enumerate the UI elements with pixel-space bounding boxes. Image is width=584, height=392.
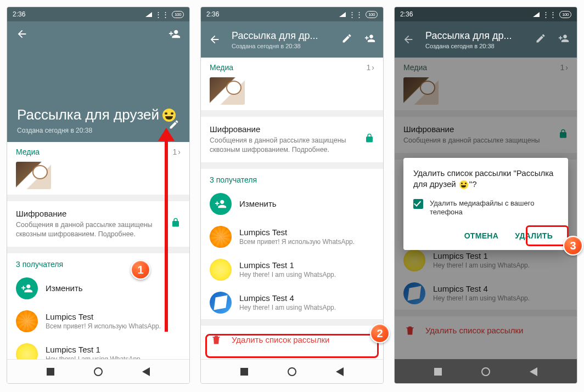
signal-icon: [339, 12, 346, 17]
avatar: [210, 226, 232, 248]
add-recipient-button: [558, 33, 569, 46]
broadcast-info-header: Рассылка для др... Создана сегодня в 20:…: [395, 21, 577, 58]
recipient-status: Hey there! I am using WhatsApp.: [239, 271, 336, 279]
status-indicators: ⋮⋮ 100: [339, 10, 378, 19]
broadcast-info-header: Рассылка для др... Создана сегодня в 20:…: [201, 21, 383, 58]
recipient-status: Hey there! I am using WhatsApp.: [239, 304, 336, 311]
edit-recipients-label: Изменить: [239, 199, 277, 208]
status-time: 2:36: [13, 10, 25, 18]
recipient-name: Lumpics Test: [46, 312, 161, 321]
recipient-row[interactable]: Lumpics Test 4 Hey there! I am using Wha…: [201, 286, 383, 319]
wifi-icon: ⋮⋮: [542, 10, 557, 19]
edit-recipients-label: Изменить: [46, 283, 83, 293]
encryption-block[interactable]: Шифрование Сообщения в данной рассылке з…: [7, 201, 189, 247]
tutorial-arrow-up-icon: [165, 140, 168, 332]
delete-broadcast-label: Удалить список рассылки: [232, 335, 329, 344]
edit-recipients-row[interactable]: Изменить: [201, 188, 383, 220]
chevron-right-icon: ›: [178, 147, 181, 156]
lock-icon: [171, 218, 181, 230]
add-recipient-button[interactable]: [169, 28, 181, 40]
battery-icon: 100: [366, 11, 378, 18]
encryption-title: Шифрование: [210, 124, 374, 134]
nav-home-icon[interactable]: [94, 367, 103, 376]
chevron-right-icon: ›: [372, 63, 374, 72]
delete-broadcast-row[interactable]: Удалить список рассылки: [201, 326, 383, 354]
grin-emoji-icon: [459, 180, 468, 189]
broadcast-title-trunc: Рассылка для др...: [232, 30, 330, 42]
recipient-name: Lumpics Test 4: [239, 293, 336, 303]
encryption-title: Шифрование: [16, 209, 181, 218]
dialog-confirm-button[interactable]: УДАЛИТЬ: [509, 227, 558, 245]
media-count: 1: [367, 63, 371, 72]
media-count: 1: [173, 147, 177, 156]
signal-icon: [533, 12, 540, 17]
recipient-name: Lumpics Test 1: [46, 345, 142, 354]
avatar: [16, 310, 38, 332]
back-button[interactable]: [209, 33, 221, 46]
encryption-text: Сообщения в данной рассылке защищены скв…: [210, 136, 374, 155]
avatar: [210, 292, 232, 314]
recipient-name: Lumpics Test 1: [239, 260, 336, 270]
section-divider: [201, 319, 383, 326]
tutorial-badge-1: 1: [131, 260, 150, 280]
android-navbar: [395, 359, 577, 383]
status-indicators: ⋮⋮ 100: [533, 10, 571, 19]
edit-recipients-row[interactable]: Изменить: [7, 272, 189, 305]
delete-media-checkbox[interactable]: [413, 199, 423, 209]
recipient-row[interactable]: Lumpics Test Всем привет! Я использую Wh…: [7, 305, 189, 338]
nav-back-icon[interactable]: [336, 367, 344, 376]
info-body: Медиа 1› Шифрование Сообщения в данной р…: [201, 58, 383, 359]
recipient-status: Hey there! I am using WhatsApp.: [46, 355, 142, 359]
info-body: Медиа 1› Шифрование Сообщения в данной р…: [395, 58, 577, 359]
media-label: Медиа: [16, 147, 40, 156]
nav-recents-icon[interactable]: [434, 368, 442, 376]
recipient-status: Всем привет! Я использую WhatsApp.: [46, 322, 161, 330]
section-divider: [7, 195, 189, 201]
recipient-row[interactable]: Lumpics Test 1 Hey there! I am using Wha…: [7, 338, 189, 359]
back-button[interactable]: [402, 33, 414, 46]
android-navbar: [201, 359, 383, 383]
back-button[interactable]: [16, 28, 28, 40]
recipients-header: 3 получателя: [201, 169, 383, 188]
section-divider: [201, 110, 383, 117]
tutorial-badge-3: 3: [563, 236, 583, 255]
nav-home-icon[interactable]: [481, 367, 490, 376]
media-thumbnail[interactable]: [16, 162, 51, 189]
delete-media-checkbox-label: Удалить медиафайлы с вашего телефона: [430, 199, 558, 218]
dialog-cancel-button[interactable]: ОТМЕНА: [459, 227, 504, 245]
avatar: [16, 343, 38, 359]
trash-icon: [211, 334, 222, 345]
nav-recents-icon[interactable]: [47, 368, 54, 376]
media-section-header[interactable]: Медиа 1›: [201, 58, 383, 77]
recipient-row[interactable]: Lumpics Test 1 Hey there! I am using Wha…: [201, 253, 383, 286]
add-recipient-button[interactable]: [364, 33, 375, 46]
phone-panel-2: 2:36 ⋮⋮ 100 Рассылка для др... Создана с…: [200, 7, 384, 384]
edit-title-button[interactable]: [341, 33, 352, 46]
encryption-block[interactable]: Шифрование Сообщения в данной рассылке з…: [201, 117, 383, 162]
recipients-header: 3 получателя: [7, 253, 189, 272]
recipient-row[interactable]: Lumpics Test Всем привет! Я использую Wh…: [201, 220, 383, 253]
phone-panel-3: 2:36 ⋮⋮ 100 Рассылка для др... Создана с…: [394, 7, 577, 384]
section-divider: [7, 247, 189, 253]
status-indicators: ⋮⋮ 100: [145, 10, 184, 19]
nav-recents-icon[interactable]: [240, 368, 248, 376]
phone-panel-1: 2:36 ⋮⋮ 100 Рассылка для друзей Создана …: [7, 7, 190, 384]
android-navbar: [7, 359, 189, 383]
media-label: Медиа: [210, 63, 233, 72]
tutorial-badge-2: 2: [370, 323, 390, 343]
nav-back-icon[interactable]: [142, 367, 150, 376]
media-section-header[interactable]: Медиа 1›: [7, 142, 189, 162]
dialog-title: Удалить список рассылки "Рассылка для др…: [413, 168, 558, 190]
encryption-text: Сообщения в данной рассылке защищены скв…: [16, 220, 181, 239]
status-bar: 2:36 ⋮⋮ 100: [7, 7, 189, 21]
media-thumbnail[interactable]: [210, 77, 245, 105]
nav-back-icon[interactable]: [530, 367, 537, 376]
recipient-name: Lumpics Test: [239, 228, 355, 237]
nav-home-icon[interactable]: [288, 367, 296, 376]
info-body: Медиа 1› Шифрование Сообщения в данной р…: [7, 142, 189, 359]
status-time: 2:36: [400, 10, 413, 18]
recipient-status: Всем привет! Я использую WhatsApp.: [239, 238, 355, 246]
edit-title-button: [535, 33, 546, 46]
wifi-icon: ⋮⋮: [155, 10, 169, 19]
status-bar: 2:36 ⋮⋮ 100: [395, 7, 577, 21]
